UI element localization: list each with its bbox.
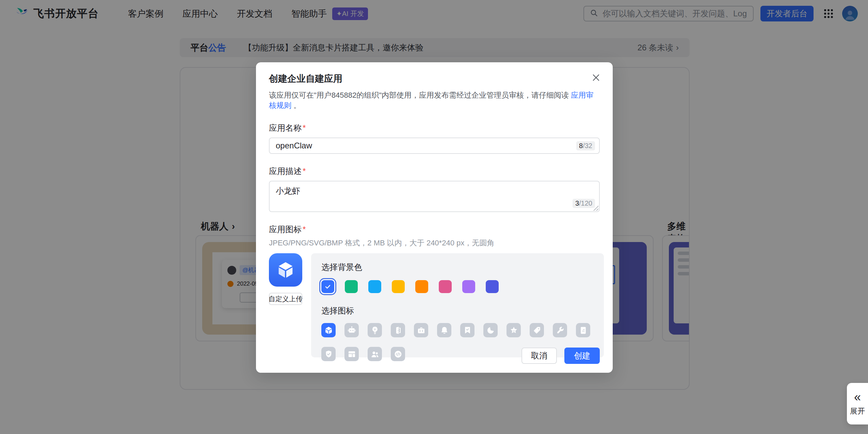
icon-option-layout[interactable] [344,347,359,361]
icon-option-code[interactable] [391,347,405,361]
app-name-value: openClaw [276,141,576,150]
double-chevron-left-icon: « [854,391,861,403]
icon-option-bulb[interactable] [368,323,382,337]
color-swatch-purple[interactable] [462,280,475,293]
app-icon-preview [269,253,302,287]
required-asterisk: * [303,225,306,234]
required-asterisk: * [303,123,306,132]
create-button[interactable]: 创建 [564,348,600,364]
icon-option-robot[interactable] [344,323,359,337]
expand-sidebar-tab[interactable]: « 展开 [847,383,868,424]
icon-option-bookmark[interactable] [460,323,475,337]
icon-section-title: 选择图标 [321,305,594,316]
app-name-label: 应用名称* [269,123,600,133]
icon-option-star[interactable] [507,323,521,337]
color-swatch-indigo[interactable] [486,280,499,293]
bg-color-section-title: 选择背景色 [321,262,594,273]
color-swatch-orange[interactable] [415,280,428,293]
expand-label: 展开 [850,406,865,416]
custom-upload-button[interactable]: 自定义上传 [269,293,302,305]
color-swatch-yellow[interactable] [392,280,405,293]
name-char-counter: 8/32 [576,141,595,150]
close-icon[interactable] [590,71,602,84]
desc-char-counter: 3/120 [573,199,595,208]
icon-option-users[interactable] [368,347,382,361]
icon-option-briefcase[interactable] [414,323,428,337]
app-icon-label: 应用图标* [269,224,600,235]
cancel-button[interactable]: 取消 [521,348,557,364]
color-swatch-blue[interactable] [321,280,334,293]
icon-option-shield[interactable] [321,347,336,361]
icon-option-wrench[interactable] [553,323,567,337]
icon-option-pie[interactable] [483,323,498,337]
app-name-input[interactable]: openClaw 8/32 [269,138,600,154]
modal-title: 创建企业自建应用 [269,73,600,85]
app-desc-value: 小龙虾 [276,186,593,196]
app-desc-label: 应用描述* [269,166,600,177]
required-asterisk: * [303,166,306,176]
icon-option-bell[interactable] [437,323,451,337]
color-swatch-pink[interactable] [439,280,452,293]
create-app-modal: 创建企业自建应用 该应用仅可在"用户845882的组织"内部使用，应用发布需经过… [256,62,613,373]
icon-option-doc[interactable] [576,323,590,337]
icon-option-cube[interactable] [321,323,336,337]
modal-description: 该应用仅可在"用户845882的组织"内部使用，应用发布需经过企业管理员审核，请… [269,90,600,111]
bg-color-swatches [321,280,594,293]
color-swatch-sky[interactable] [368,280,381,293]
app-desc-textarea[interactable]: 小龙虾 3/120 [269,181,600,212]
textarea-resize-handle[interactable] [593,205,598,211]
icon-option-tag[interactable] [530,323,544,337]
icon-picker-panel: 选择背景色 选择图标 [311,253,604,357]
color-swatch-green[interactable] [345,280,358,293]
icon-option-door[interactable] [391,323,405,337]
icon-format-hint: JPEG/PNG/SVG/BMP 格式，2 MB 以内，大于 240*240 p… [269,238,600,248]
modal-footer: 取消 创建 [521,348,600,364]
